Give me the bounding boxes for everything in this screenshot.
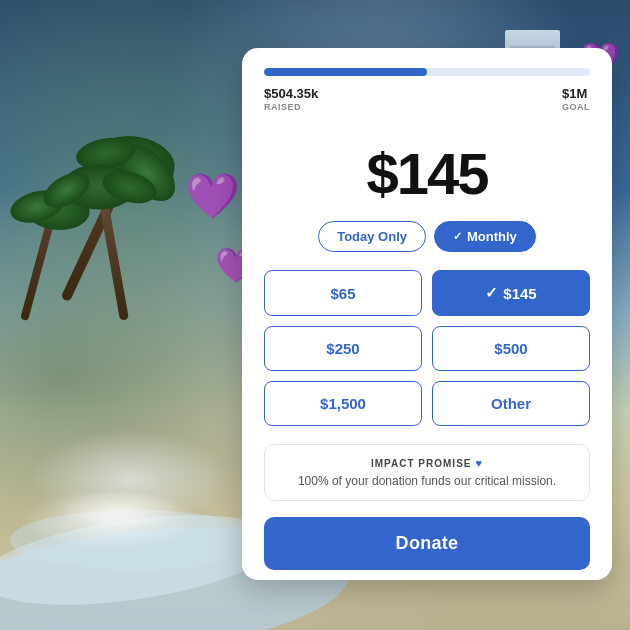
- amount-button-other[interactable]: Other: [432, 381, 590, 426]
- palm-area: [0, 80, 220, 430]
- impact-title-text: IMPACT PROMISE: [371, 458, 471, 469]
- amount-display: $145: [264, 140, 590, 207]
- frequency-toggle: Today Only ✓ Monthly: [264, 221, 590, 252]
- amount-grid: $65 ✓ $145 $250 $500 $1,500 Other: [264, 270, 590, 426]
- progress-bar-fill: [264, 68, 427, 76]
- checkmark-icon: ✓: [453, 230, 462, 243]
- heart-decoration-1: 💜: [185, 170, 240, 222]
- raised-label: RAISED: [264, 102, 318, 112]
- amount-button-250[interactable]: $250: [264, 326, 422, 371]
- goal-label: GOAL: [562, 102, 590, 112]
- raised-info: $504.35k RAISED: [264, 84, 318, 112]
- impact-heart-icon: ♥: [475, 457, 483, 469]
- impact-section: IMPACT PROMISE ♥ 100% of your donation f…: [264, 444, 590, 501]
- progress-bar-track: [264, 68, 590, 76]
- goal-amount: $1M: [562, 86, 587, 101]
- progress-labels: $504.35k RAISED $1M GOAL: [264, 84, 590, 112]
- donate-button[interactable]: Donate: [264, 517, 590, 570]
- amount-button-65[interactable]: $65: [264, 270, 422, 316]
- impact-title: IMPACT PROMISE ♥: [279, 457, 575, 469]
- donation-card: $504.35k RAISED $1M GOAL $145 Today Only…: [242, 48, 612, 580]
- selected-amount: $145: [503, 285, 536, 302]
- today-only-button[interactable]: Today Only: [318, 221, 426, 252]
- amount-button-1500[interactable]: $1,500: [264, 381, 422, 426]
- monthly-label: Monthly: [467, 229, 517, 244]
- impact-text: 100% of your donation funds our critical…: [279, 474, 575, 488]
- amount-button-500[interactable]: $500: [432, 326, 590, 371]
- progress-section: $504.35k RAISED $1M GOAL: [264, 68, 590, 112]
- selected-checkmark: ✓: [485, 284, 498, 302]
- raised-amount: $504.35k: [264, 86, 318, 101]
- monthly-button[interactable]: ✓ Monthly: [434, 221, 536, 252]
- goal-info: $1M GOAL: [562, 84, 590, 112]
- amount-button-145[interactable]: ✓ $145: [432, 270, 590, 316]
